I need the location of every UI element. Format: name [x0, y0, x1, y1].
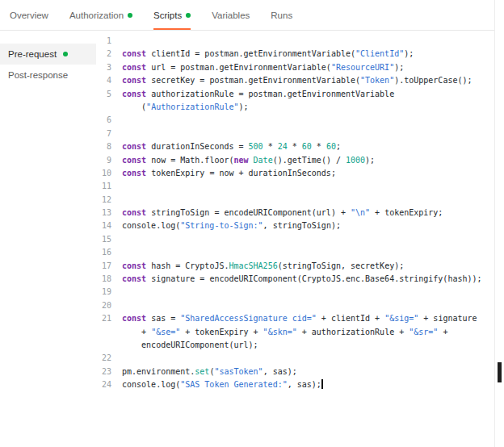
- green-dot-icon: [186, 13, 191, 18]
- postman-request-panel: OverviewAuthorizationScriptsVariablesRun…: [0, 0, 504, 447]
- token-plain: durationInSeconds =: [146, 142, 248, 151]
- code-line[interactable]: encodeURIComponent(url);: [96, 339, 494, 352]
- token-plain: (stringToSign, secretKey);: [278, 261, 405, 270]
- sidebar-item-post-response[interactable]: Post-response: [0, 65, 96, 86]
- token-plain: ().getTime() /: [273, 156, 346, 165]
- token-plain: console.log(: [122, 221, 180, 230]
- token-plain: );: [239, 102, 249, 111]
- line-number: 5: [96, 88, 122, 101]
- token-plain: );: [404, 49, 414, 58]
- code-line[interactable]: 24console.log("SAS Token Generated:", sa…: [96, 378, 494, 391]
- code-line[interactable]: 20: [96, 299, 494, 312]
- code-line[interactable]: + "&se=" + tokenExpiry + "&skn=" + autho…: [96, 326, 494, 339]
- tab-label: Variables: [212, 10, 250, 20]
- code-text: + "&se=" + tokenExpiry + "&skn=" + autho…: [122, 326, 447, 339]
- line-number: 1: [96, 35, 122, 48]
- token-string: "String-to-Sign:": [180, 221, 262, 230]
- code-line[interactable]: 17const hash = CryptoJS.HmacSHA256(strin…: [96, 260, 494, 273]
- tab-variables[interactable]: Variables: [212, 0, 250, 30]
- token-plain: );: [394, 63, 404, 72]
- token-plain: secretKey = postman.getEnvironmentVariab…: [146, 76, 360, 85]
- line-number: 6: [96, 114, 122, 127]
- token-keyword: const: [122, 90, 146, 98]
- code-line[interactable]: 23pm.environment.set("sasToken", sas);: [96, 366, 494, 378]
- token-plain: now = Math.floor(: [146, 156, 233, 165]
- token-string: "AuthorizationRule": [146, 102, 238, 111]
- request-section-tabs: OverviewAuthorizationScriptsVariablesRun…: [0, 0, 494, 31]
- token-plain: tokenExpiry = now + durationInSeconds;: [146, 169, 336, 178]
- code-line[interactable]: 18const signature = encodeURIComponent(C…: [96, 273, 494, 286]
- token-keyword: const: [122, 76, 146, 85]
- tab-label: Runs: [271, 10, 292, 20]
- editor-scrollbar-thumb[interactable]: [498, 362, 502, 382]
- panel-frame: OverviewAuthorizationScriptsVariablesRun…: [0, 0, 495, 447]
- token-keyword: const: [122, 314, 146, 323]
- code-editor[interactable]: 12const clientId = postman.getEnvironmen…: [96, 31, 494, 446]
- code-line[interactable]: 21const sas = "SharedAccessSignature cid…: [96, 312, 494, 325]
- code-line[interactable]: 8const durationInSeconds = 500 * 24 * 60…: [96, 140, 494, 153]
- token-number: 60: [302, 142, 312, 151]
- token-keyword: const: [122, 63, 146, 72]
- token-plain: +: [122, 328, 151, 336]
- token-plain: );: [365, 156, 375, 165]
- code-line[interactable]: 3const url = postman.getEnvironmentVaria…: [96, 61, 494, 74]
- line-number: 4: [96, 74, 122, 87]
- line-number: 13: [96, 207, 122, 219]
- token-plain: clientId = postman.getEnvironmentVariabl…: [146, 49, 355, 58]
- green-dot-icon: [128, 13, 132, 18]
- token-keyword: const: [122, 156, 146, 165]
- tab-label: Overview: [10, 10, 48, 20]
- code-line[interactable]: 6: [96, 114, 494, 127]
- text-cursor: [321, 379, 323, 389]
- token-string: "\n": [351, 208, 370, 217]
- code-text: console.log("String-to-Sign:", stringToS…: [122, 219, 341, 232]
- code-line[interactable]: 15: [96, 233, 494, 246]
- tab-runs[interactable]: Runs: [271, 0, 292, 30]
- token-plain: pm.environment.: [122, 367, 195, 376]
- code-line[interactable]: 1: [96, 35, 494, 48]
- code-line[interactable]: 5const authorizationRule = postman.getEn…: [96, 88, 494, 101]
- line-number: 10: [96, 167, 122, 180]
- token-plain: ;: [336, 142, 341, 151]
- token-string: "&sr=": [409, 328, 438, 336]
- line-number: 2: [96, 48, 122, 61]
- code-line[interactable]: 19: [96, 286, 494, 299]
- token-string: "&skn=": [263, 328, 297, 336]
- tab-authorization[interactable]: Authorization: [69, 0, 132, 30]
- token-plain: sas =: [146, 314, 180, 323]
- line-number: [96, 101, 122, 114]
- code-line[interactable]: 7: [96, 127, 494, 140]
- token-number: 24: [278, 142, 288, 151]
- token-plain: , sas);: [263, 367, 297, 376]
- token-keyword: const: [122, 142, 146, 151]
- code-line[interactable]: 4const secretKey = postman.getEnvironmen…: [96, 74, 494, 87]
- code-text: const url = postman.getEnvironmentVariab…: [122, 61, 404, 74]
- token-string: "&sig=": [384, 314, 418, 323]
- token-plain: encodeURIComponent(url);: [122, 340, 258, 349]
- token-plain: , sas);: [288, 380, 321, 389]
- token-plain: hash = CryptoJS.: [146, 261, 229, 270]
- tab-overview[interactable]: Overview: [10, 0, 48, 30]
- tab-label: Authorization: [69, 10, 124, 20]
- sidebar-item-pre-request[interactable]: Pre-request: [0, 44, 96, 65]
- token-plain: + tokenExpiry;: [370, 208, 443, 217]
- token-plain: authorizationRule = postman.getEnvironme…: [146, 90, 394, 98]
- code-text: const stringToSign = encodeURIComponent(…: [122, 207, 443, 219]
- code-line[interactable]: 16: [96, 246, 494, 259]
- tab-scripts[interactable]: Scripts: [153, 0, 191, 30]
- code-line[interactable]: 22: [96, 352, 494, 365]
- code-line[interactable]: 12: [96, 194, 494, 207]
- code-line[interactable]: ("AuthorizationRule");: [96, 101, 494, 114]
- code-text: const tokenExpiry = now + durationInSeco…: [122, 167, 336, 180]
- code-line[interactable]: 9const now = Math.floor(new Date().getTi…: [96, 154, 494, 167]
- token-function: Date: [254, 156, 273, 165]
- token-keyword: const: [122, 49, 146, 58]
- code-line[interactable]: 10const tokenExpiry = now + durationInSe…: [96, 167, 494, 180]
- code-line[interactable]: 2const clientId = postman.getEnvironment…: [96, 48, 494, 61]
- token-plain: ).toUpperCase();: [394, 76, 472, 85]
- code-line[interactable]: 13const stringToSign = encodeURIComponen…: [96, 207, 494, 219]
- token-string: "ResourceURI": [331, 63, 394, 72]
- code-line[interactable]: 11: [96, 180, 494, 193]
- token-plain: *: [312, 142, 326, 151]
- code-line[interactable]: 14console.log("String-to-Sign:", stringT…: [96, 219, 494, 232]
